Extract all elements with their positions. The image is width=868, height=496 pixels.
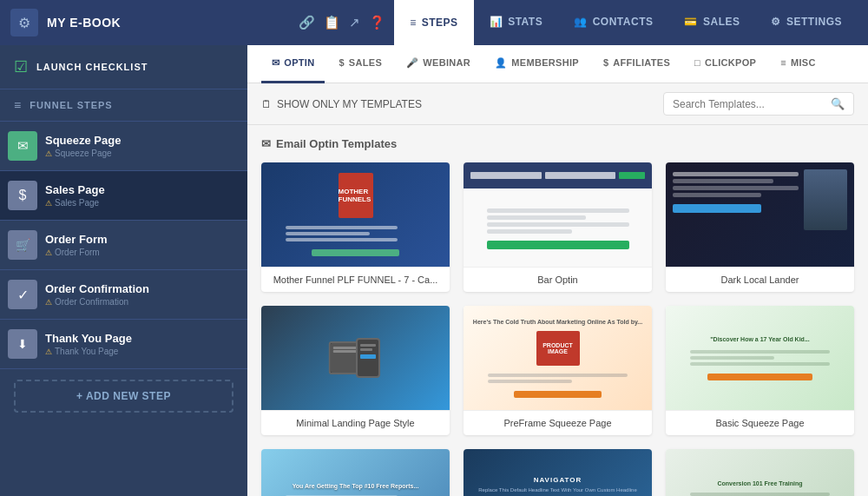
app-title: MY E-BOOK bbox=[47, 16, 121, 30]
step-text: Squeeze Page ⚠ Squeeze Page bbox=[45, 134, 247, 158]
sub-tab-misc[interactable]: ≡ MISC bbox=[770, 45, 825, 83]
sub-tab-webinar[interactable]: 🎤 WEBINAR bbox=[396, 45, 481, 83]
template-name: Dark Local Lander bbox=[666, 267, 854, 292]
webinar-icon: 🎤 bbox=[406, 57, 418, 69]
template-thumbnail bbox=[666, 162, 854, 267]
search-icon: 🔍 bbox=[831, 97, 845, 110]
book-icon: MOTHER FUNNELS bbox=[339, 173, 373, 218]
copy-icon[interactable]: 📋 bbox=[324, 15, 340, 30]
sub-tab-affiliates[interactable]: $ AFFILIATES bbox=[593, 45, 681, 83]
section-email-icon: ✉ bbox=[261, 137, 271, 150]
template-card[interactable]: Minimal Landing Page Style bbox=[261, 306, 450, 435]
download-icon-box: ⬇ bbox=[8, 329, 37, 359]
sidebar-item-squeeze-page[interactable]: ✉ Squeeze Page ⚠ Squeeze Page bbox=[0, 122, 247, 171]
sidebar-item-thank-you-page[interactable]: ⬇ Thank You Page ⚠ Thank You Page bbox=[0, 320, 247, 369]
email-icon-box: ✉ bbox=[8, 131, 37, 161]
add-new-step-button[interactable]: + ADD NEW STEP bbox=[14, 380, 233, 413]
step-name: Thank You Page bbox=[45, 332, 240, 345]
sub-nav: ✉ OPTIN $ SALES 🎤 WEBINAR 👤 MEMBERSHIP $… bbox=[247, 45, 868, 83]
filter-bar: 🗒 SHOW ONLY MY TEMPLATES 🔍 bbox=[247, 83, 868, 125]
template-card[interactable]: Conversion 101 Free Training Conversion … bbox=[666, 449, 854, 496]
sub-tab-clickpop[interactable]: □ CLICKPOP bbox=[684, 45, 766, 83]
search-input[interactable] bbox=[673, 98, 831, 110]
main-layout: ☑ LAUNCH CHECKLIST ≡ FUNNEL STEPS ✉ Sque… bbox=[0, 45, 868, 496]
step-name: Sales Page bbox=[45, 183, 240, 196]
template-thumbnail: NAVIGATOR Replace This Default Headline … bbox=[464, 449, 652, 496]
check2-icon-box: ✓ bbox=[8, 280, 37, 309]
template-card[interactable]: Bar Optin bbox=[464, 162, 652, 292]
template-thumbnail: Here's The Cold Truth About Marketing On… bbox=[464, 306, 652, 410]
top-nav: ⚙ MY E-BOOK 🔗 📋 ↗ ❓ ≡ STEPS 📊 STATS 👥 CO… bbox=[0, 0, 868, 45]
top-nav-tabs: ≡ STEPS 📊 STATS 👥 CONTACTS 💳 SALES ⚙ SET… bbox=[394, 0, 858, 45]
top-nav-icons: 🔗 📋 ↗ ❓ bbox=[299, 15, 385, 30]
optin-icon: ✉ bbox=[272, 57, 279, 69]
template-name: PreFrame Squeeze Page bbox=[464, 410, 652, 435]
tab-steps[interactable]: ≡ STEPS bbox=[394, 0, 473, 45]
link-icon[interactable]: 🔗 bbox=[299, 15, 315, 30]
template-thumbnail bbox=[261, 306, 450, 410]
step-sub: ⚠ Order Form bbox=[45, 248, 240, 257]
template-thumbnail: Conversion 101 Free Training bbox=[666, 449, 854, 496]
doc-icon: 🗒 bbox=[261, 98, 272, 110]
steps-icon: ≡ bbox=[410, 17, 417, 29]
template-card[interactable]: "Discover How a 17 Year Old Kid... Basic… bbox=[666, 306, 854, 435]
template-name: Minimal Landing Page Style bbox=[261, 410, 450, 435]
stats-icon: 📊 bbox=[490, 16, 503, 28]
step-icon-col: 🛒 bbox=[0, 221, 45, 269]
check-icon: ☑ bbox=[14, 57, 28, 76]
misc-icon: ≡ bbox=[780, 57, 786, 68]
warning-icon: ⚠ bbox=[45, 347, 52, 356]
sub-tab-membership[interactable]: 👤 MEMBERSHIP bbox=[484, 45, 589, 83]
step-sub: ⚠ Thank You Page bbox=[45, 347, 240, 356]
sidebar-item-order-confirmation[interactable]: ✓ Order Confirmation ⚠ Order Confirmatio… bbox=[0, 270, 247, 320]
help-icon[interactable]: ❓ bbox=[369, 15, 385, 30]
contacts-icon: 👥 bbox=[574, 16, 588, 28]
template-thumbnail: "Discover How a 17 Year Old Kid... bbox=[666, 306, 854, 410]
template-card[interactable]: Dark Local Lander bbox=[666, 162, 854, 292]
template-section: ✉ Email Optin Templates MOTHER FUNNELS bbox=[247, 125, 868, 496]
step-icon-col: ⬇ bbox=[0, 320, 45, 368]
launch-checklist-header[interactable]: ☑ LAUNCH CHECKLIST bbox=[0, 45, 247, 89]
external-icon[interactable]: ↗ bbox=[349, 15, 360, 30]
gear-icon[interactable]: ⚙ bbox=[10, 9, 38, 36]
step-sub: ⚠ Order Confirmation bbox=[45, 297, 240, 307]
membership-icon: 👤 bbox=[495, 57, 507, 69]
sidebar-item-order-form[interactable]: 🛒 Order Form ⚠ Order Form bbox=[0, 221, 247, 270]
template-card[interactable]: You Are Getting The Top #10 Free Reports… bbox=[261, 449, 450, 496]
step-text: Sales Page ⚠ Sales Page bbox=[45, 183, 247, 208]
template-thumbnail: You Are Getting The Top #10 Free Reports… bbox=[261, 449, 450, 496]
tab-sales[interactable]: 💳 SALES bbox=[668, 0, 755, 45]
template-name: Bar Optin bbox=[464, 267, 652, 292]
sub-tab-optin[interactable]: ✉ OPTIN bbox=[261, 45, 325, 83]
step-text: Thank You Page ⚠ Thank You Page bbox=[45, 332, 247, 356]
step-name: Squeeze Page bbox=[45, 134, 240, 147]
funnel-steps-header: ≡ FUNNEL STEPS bbox=[0, 89, 247, 122]
sidebar-item-sales-page[interactable]: $ Sales Page ⚠ Sales Page bbox=[0, 171, 247, 221]
step-sub: ⚠ Sales Page bbox=[45, 198, 240, 208]
template-card[interactable]: MOTHER FUNNELS Mother Funnel PLF FUNNEL … bbox=[261, 162, 450, 292]
template-card[interactable]: Here's The Cold Truth About Marketing On… bbox=[464, 306, 652, 435]
warning-icon: ⚠ bbox=[45, 199, 52, 208]
sidebar: ☑ LAUNCH CHECKLIST ≡ FUNNEL STEPS ✉ Sque… bbox=[0, 45, 247, 496]
template-thumbnail: MOTHER FUNNELS bbox=[261, 162, 450, 267]
section-title: ✉ Email Optin Templates bbox=[261, 137, 854, 150]
template-name: Mother Funnel PLF FUNNEL - 7 - Ca... bbox=[261, 267, 450, 292]
tab-stats[interactable]: 📊 STATS bbox=[474, 0, 559, 45]
tab-settings[interactable]: ⚙ SETTINGS bbox=[755, 0, 858, 45]
warning-icon: ⚠ bbox=[45, 248, 52, 257]
step-text: Order Confirmation ⚠ Order Confirmation bbox=[45, 282, 247, 307]
warning-icon: ⚠ bbox=[45, 298, 52, 307]
step-icon-col: $ bbox=[0, 171, 45, 220]
template-grid: MOTHER FUNNELS Mother Funnel PLF FUNNEL … bbox=[261, 162, 854, 496]
search-box: 🔍 bbox=[663, 92, 854, 116]
show-only-my-templates-toggle[interactable]: 🗒 SHOW ONLY MY TEMPLATES bbox=[261, 98, 422, 110]
step-name: Order Form bbox=[45, 233, 240, 246]
sales-icon: 💳 bbox=[684, 16, 698, 28]
step-icon-col: ✉ bbox=[0, 122, 45, 170]
step-icon-col: ✓ bbox=[0, 270, 45, 319]
template-card[interactable]: NAVIGATOR Replace This Default Headline … bbox=[464, 449, 652, 496]
sub-tab-sales[interactable]: $ SALES bbox=[328, 45, 392, 83]
tab-contacts[interactable]: 👥 CONTACTS bbox=[558, 0, 668, 45]
template-name: Basic Squeeze Page bbox=[666, 410, 854, 435]
launch-checklist-label: LAUNCH CHECKLIST bbox=[36, 62, 148, 72]
